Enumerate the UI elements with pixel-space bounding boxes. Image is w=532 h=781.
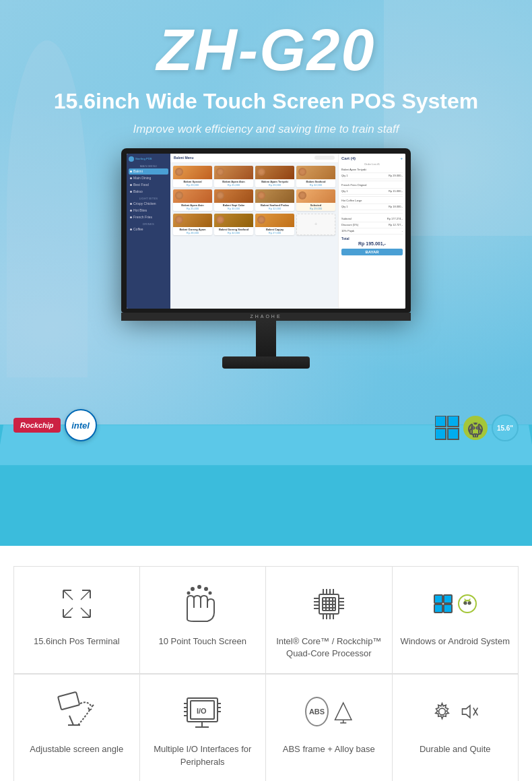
svg-rect-63 [58, 692, 79, 710]
svg-point-27 [205, 588, 207, 590]
feature-os: Windows or Android System [393, 566, 519, 674]
io-icon: I/O [179, 688, 226, 735]
svg-text:I/O: I/O [197, 707, 207, 715]
svg-rect-57 [444, 604, 452, 613]
platform [0, 425, 532, 546]
monitor-border: Sterling POS MAIN MENU Bakmi Main Dining… [121, 148, 411, 313]
feature-screen-angle: Adjustable screen angle [13, 675, 140, 781]
pos-logo: Sterling POS [129, 156, 168, 162]
touch-icon [179, 580, 226, 627]
svg-point-29 [209, 592, 211, 594]
monitor-brand-label: ZHAOHE [250, 314, 281, 319]
feature-touch-screen: 10 Point Touch Screen [140, 566, 267, 674]
feature-touch-screen-label: 10 Point Touch Screen [158, 635, 246, 648]
svg-line-68 [92, 705, 94, 707]
svg-point-5 [473, 427, 475, 429]
svg-line-64 [69, 716, 73, 725]
brand-logos-left: Rockchip intel [13, 409, 97, 441]
product-model: ZH-G20 [0, 20, 532, 80]
feature-processor: Intel® Core™ / Rockchip™ Quad-Core Proce… [266, 566, 393, 674]
os-icon [432, 580, 479, 627]
svg-rect-9 [470, 429, 472, 434]
angle-icon [53, 688, 100, 735]
svg-point-84 [438, 708, 445, 715]
svg-point-59 [464, 602, 466, 604]
feature-io-label: Multiple I/O Interfaces for Peripherals [147, 743, 259, 768]
svg-rect-0 [435, 416, 446, 427]
feature-screen-angle-label: Adjustable screen angle [30, 743, 123, 755]
processor-icon [305, 580, 352, 627]
feature-frame-label: ABS frame + Alloy base [283, 743, 375, 755]
svg-line-24 [81, 608, 90, 617]
rockchip-logo: Rockchip [13, 418, 61, 433]
svg-marker-81 [335, 703, 351, 720]
feature-durable: Durable and Quite [393, 675, 519, 781]
durable-icon [432, 688, 479, 735]
svg-point-26 [198, 586, 201, 588]
svg-rect-2 [435, 429, 446, 439]
features-row-2: Adjustable screen angle I/O [13, 675, 519, 781]
screen-size-badge: 15.6" [492, 414, 519, 441]
feature-durable-label: Durable and Quite [420, 743, 491, 755]
svg-rect-1 [448, 416, 459, 427]
feature-pos-terminal-label: 15.6inch Pos Terminal [34, 635, 120, 648]
monitor-stand [121, 321, 411, 369]
svg-rect-10 [479, 429, 481, 434]
svg-point-60 [468, 602, 470, 604]
feature-frame: ABS ABS frame + Alloy base [266, 675, 393, 781]
android-logo [463, 416, 488, 440]
svg-marker-85 [462, 706, 469, 718]
svg-rect-55 [444, 595, 452, 603]
hero-section: ZH-G20 15.6inch Wide Touch Screen POS Sy… [0, 0, 532, 546]
monitor-screen: Sterling POS MAIN MENU Bakmi Main Dining… [127, 154, 405, 309]
pos-sidebar: Sterling POS MAIN MENU Bakmi Main Dining… [127, 154, 170, 309]
intel-logo: intel [65, 409, 97, 441]
features-row-1: 15.6inch Pos Terminal 10 Point Touch Scr… [13, 566, 519, 674]
feature-processor-label: Intel® Core™ / Rockchip™ Quad-Core Proce… [273, 635, 385, 660]
svg-point-28 [187, 592, 189, 594]
monitor-display: Sterling POS MAIN MENU Bakmi Main Dining… [0, 148, 532, 369]
svg-line-22 [81, 590, 90, 600]
svg-point-25 [191, 588, 194, 590]
svg-line-23 [63, 608, 73, 617]
expand-icon [53, 580, 100, 627]
brand-logos-right: 15.6" [435, 414, 519, 441]
monitor-bottom-bar: ZHAOHE [121, 313, 411, 321]
frame-icon: ABS [305, 688, 352, 735]
product-subtitle: 15.6inch Wide Touch Screen POS System [0, 88, 532, 116]
pos-cart: Cart (4) + Order List #1 Bakmi Ayam Teri… [338, 154, 405, 309]
svg-point-58 [459, 595, 476, 613]
pos-main: Bakmi Menu Bakmi SpecialRp 29,000 Bakmi … [170, 154, 338, 309]
svg-rect-54 [434, 595, 442, 603]
svg-rect-56 [434, 604, 442, 613]
feature-pos-terminal: 15.6inch Pos Terminal [13, 566, 140, 674]
features-section: 15.6inch Pos Terminal 10 Point Touch Scr… [0, 546, 532, 781]
feature-os-label: Windows or Android System [400, 635, 510, 648]
product-tagline: Improve work efficiency and saving time … [0, 123, 532, 136]
svg-line-21 [63, 590, 73, 600]
windows-logo [435, 416, 459, 440]
svg-rect-3 [448, 429, 459, 439]
svg-point-6 [477, 427, 479, 429]
svg-rect-12 [475, 434, 477, 437]
svg-line-67 [88, 708, 90, 710]
pos-interface: Sterling POS MAIN MENU Bakmi Main Dining… [127, 154, 405, 309]
monitor: Sterling POS MAIN MENU Bakmi Main Dining… [121, 148, 411, 369]
feature-io: I/O Multiple I/O Interfaces for Peripher… [140, 675, 267, 781]
